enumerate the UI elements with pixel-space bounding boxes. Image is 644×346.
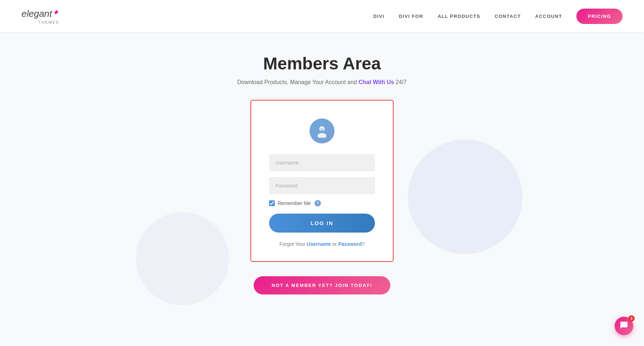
forgot-text: Forgot Your Username or Password? [279, 241, 365, 247]
username-field-wrapper [269, 154, 375, 171]
logo-elegant-text: elegant✦ [21, 8, 59, 19]
forgot-password-link[interactable]: Password [338, 241, 362, 247]
main-nav: DIVI DIVI FOR ALL PRODUCTS CONTACT ACCOU… [373, 9, 623, 24]
login-card: Remember Me ? LOG IN Forgot Your Usernam… [250, 100, 394, 262]
password-input[interactable] [269, 177, 375, 194]
login-button[interactable]: LOG IN [269, 214, 375, 233]
header: elegant✦ themes DIVI DIVI FOR ALL PRODUC… [0, 0, 644, 32]
join-button[interactable]: NOT A MEMBER YET? JOIN TODAY! [254, 276, 390, 294]
chat-badge: 3 [628, 315, 635, 322]
remember-me-checkbox[interactable] [269, 200, 275, 206]
page-title: Members Area [263, 54, 381, 73]
forgot-pre: Forgot Your [279, 241, 307, 247]
subtitle-post: 24/7 [394, 79, 407, 85]
chat-with-us-link[interactable]: Chat With Us [358, 79, 394, 85]
pricing-button[interactable]: PRICING [576, 9, 623, 24]
nav-divi-for[interactable]: DIVI FOR [399, 14, 423, 19]
nav-contact[interactable]: CONTACT [495, 14, 521, 19]
subtitle: Download Products, Manage Your Account a… [237, 79, 407, 86]
chat-icon [620, 321, 628, 331]
chat-widget[interactable]: 3 [615, 317, 633, 335]
svg-rect-2 [321, 130, 323, 132]
forgot-post: ? [362, 241, 365, 247]
password-field-wrapper [269, 177, 375, 194]
subtitle-pre: Download Products, Manage Your Account a… [237, 79, 358, 85]
help-icon[interactable]: ? [314, 200, 321, 206]
nav-all-products[interactable]: ALL PRODUCTS [438, 14, 480, 19]
forgot-username-link[interactable]: Username [307, 241, 331, 247]
nav-account[interactable]: ACCOUNT [535, 14, 562, 19]
username-input[interactable] [269, 154, 375, 171]
remember-me-label: Remember Me [278, 200, 311, 206]
user-svg [315, 124, 329, 138]
bg-decoration-bottom [136, 212, 229, 305]
main-content: Members Area Download Products, Manage Y… [0, 32, 644, 294]
user-avatar-icon [309, 118, 335, 143]
bg-decoration-right [408, 140, 522, 254]
svg-point-1 [318, 133, 327, 138]
nav-divi[interactable]: DIVI [373, 14, 384, 19]
logo[interactable]: elegant✦ themes [21, 8, 59, 24]
forgot-mid: or [331, 241, 338, 247]
logo-themes-text: themes [21, 20, 59, 24]
remember-me-row: Remember Me ? [269, 200, 375, 206]
